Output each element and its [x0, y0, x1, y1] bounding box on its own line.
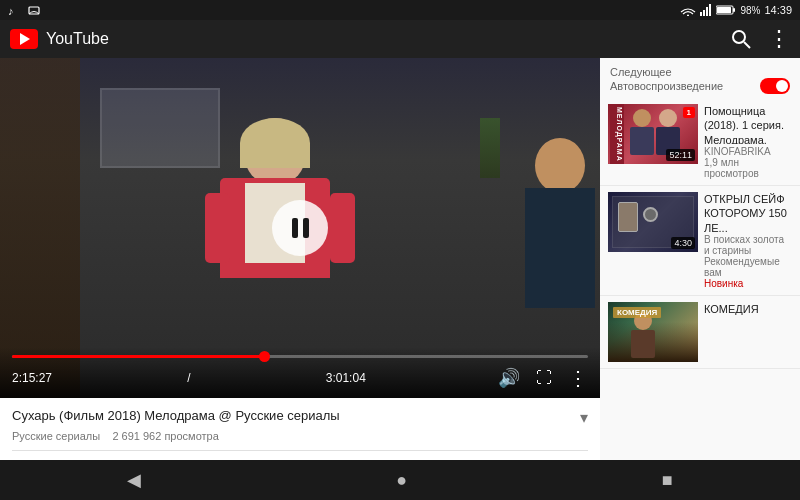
- svg-line-11: [744, 42, 750, 48]
- sidebar-item-info-2: ОТКРЫЛ СЕЙФ КОТОРОМУ 150 ЛЕ... В поисках…: [698, 192, 792, 289]
- sidebar-item-views-2: Рекомендуемые вам: [704, 256, 792, 278]
- recents-button[interactable]: ■: [642, 462, 693, 499]
- view-count: 2 691 962 просмотра: [112, 430, 218, 442]
- svg-rect-4: [703, 10, 705, 16]
- sidebar-item-title-3: КОМЕДИЯ: [704, 302, 792, 316]
- svg-rect-9: [733, 8, 735, 12]
- autoplay-row: Автовоспроизведение: [610, 78, 790, 94]
- control-icons: 🔊 ⛶ ⋮: [498, 366, 588, 390]
- status-left-icons: ♪: [8, 3, 41, 17]
- autoplay-toggle[interactable]: [760, 78, 790, 94]
- time-separator: /: [187, 371, 190, 385]
- music-icon: ♪: [8, 3, 22, 17]
- search-icon[interactable]: [730, 28, 752, 50]
- svg-point-2: [687, 15, 689, 17]
- more-options-icon[interactable]: ⋮: [768, 26, 790, 52]
- more-video-options-icon[interactable]: ⋮: [568, 366, 588, 390]
- drama-label: МЕЛОДРАМА: [610, 104, 624, 164]
- sidebar-thumb-1: МЕЛОДРАМА 1 52:11: [608, 104, 698, 164]
- sidebar-item-new-badge: Новинка: [704, 278, 792, 289]
- sidebar-item-info-1: Помощница (2018). 1 серия. Мелодрама, се…: [698, 104, 792, 179]
- video-title: Сухарь (Фильм 2018) Мелодрама @ Русские …: [12, 408, 572, 425]
- signal-icon: [700, 4, 712, 16]
- pause-icon: [292, 218, 309, 238]
- comedy-label: КОМЕДИЯ: [613, 307, 661, 318]
- nav-bar: ◀ ● ■: [0, 460, 800, 500]
- svg-rect-3: [700, 12, 702, 16]
- sidebar: Следующее Автовоспроизведение МЕЛОДРАМА …: [600, 58, 800, 500]
- svg-point-10: [733, 31, 745, 43]
- fullscreen-icon[interactable]: ⛶: [536, 369, 552, 387]
- sidebar-item-channel-2: В поисках золота и старины: [704, 234, 792, 256]
- app-bar: YouTube ⋮: [0, 20, 800, 58]
- sidebar-item-channel-1: KINOFABRIKA: [704, 146, 792, 157]
- cast-icon: [27, 3, 41, 17]
- youtube-logo: [10, 29, 38, 49]
- sidebar-header: Следующее Автовоспроизведение: [600, 58, 800, 98]
- main-content: 2:15:27 / 3:01:04 🔊 ⛶ ⋮ Сухарь (Фильм 20…: [0, 58, 800, 500]
- status-right-icons: 98% 14:39: [680, 4, 792, 16]
- sidebar-item-2[interactable]: 4:30 ОТКРЫЛ СЕЙФ КОТОРОМУ 150 ЛЕ... В по…: [600, 186, 800, 296]
- sidebar-item-3[interactable]: КОМЕДИЯ КОМЕДИЯ: [600, 296, 800, 369]
- sidebar-thumb-3: КОМЕДИЯ: [608, 302, 698, 362]
- battery-icon: [716, 4, 736, 16]
- thumb-duration-2: 4:30: [671, 237, 695, 249]
- sidebar-thumb-2: 4:30: [608, 192, 698, 252]
- svg-text:♪: ♪: [8, 5, 14, 17]
- home-button[interactable]: ●: [376, 462, 427, 499]
- time-total: 3:01:04: [326, 371, 366, 385]
- autoplay-label: Автовоспроизведение: [610, 80, 723, 92]
- battery-percent: 98%: [740, 5, 760, 16]
- channel-name: Русские сериалы: [12, 430, 100, 442]
- time-current: 2:15:27: [12, 371, 52, 385]
- channel-badge: 1: [683, 107, 695, 118]
- svg-rect-8: [717, 7, 731, 13]
- sidebar-item-title-2: ОТКРЫЛ СЕЙФ КОТОРОМУ 150 ЛЕ...: [704, 192, 792, 232]
- sidebar-item-views-1: 1,9 млн просмотров: [704, 157, 792, 179]
- thumb-duration-1: 52:11: [666, 149, 695, 161]
- time-display: 14:39: [764, 4, 792, 16]
- expand-icon[interactable]: ▾: [580, 408, 588, 427]
- app-title: YouTube: [46, 30, 730, 48]
- back-button[interactable]: ◀: [107, 461, 161, 499]
- video-player[interactable]: 2:15:27 / 3:01:04 🔊 ⛶ ⋮: [0, 58, 600, 398]
- sidebar-item[interactable]: МЕЛОДРАМА 1 52:11 Помощница (2018). 1 се…: [600, 98, 800, 186]
- progress-bar[interactable]: [12, 355, 588, 358]
- progress-fill: [12, 355, 265, 358]
- sidebar-item-info-3: КОМЕДИЯ: [698, 302, 792, 362]
- wifi-icon: [680, 4, 696, 16]
- video-title-row: Сухарь (Фильм 2018) Мелодрама @ Русские …: [12, 408, 588, 427]
- player-controls: 2:15:27 / 3:01:04 🔊 ⛶ ⋮: [0, 347, 600, 398]
- controls-row: 2:15:27 / 3:01:04 🔊 ⛶ ⋮: [12, 366, 588, 390]
- svg-rect-5: [706, 7, 708, 16]
- status-bar: ♪ 98% 14:39: [0, 0, 800, 20]
- progress-thumb: [259, 351, 270, 362]
- svg-rect-6: [709, 4, 711, 16]
- volume-icon[interactable]: 🔊: [498, 367, 520, 389]
- app-bar-actions: ⋮: [730, 26, 790, 52]
- pause-button[interactable]: [272, 200, 328, 256]
- next-label: Следующее: [610, 66, 790, 78]
- channel-views: Русские сериалы 2 691 962 просмотра: [12, 430, 588, 442]
- sidebar-item-title-1: Помощница (2018). 1 серия. Мелодрама, се…: [704, 104, 792, 144]
